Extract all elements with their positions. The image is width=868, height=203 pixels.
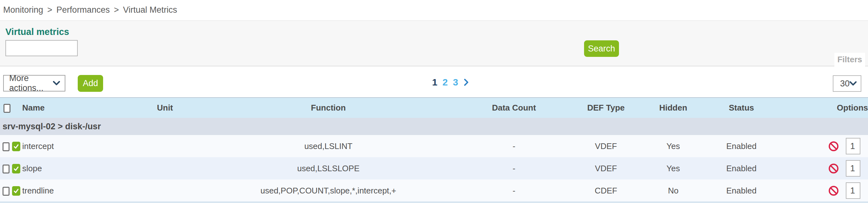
- metric-data-count: -: [447, 179, 581, 202]
- metric-name[interactable]: slope: [22, 157, 121, 179]
- table-header-row: Name Unit Function Data Count DEF Type H…: [0, 97, 868, 118]
- next-page-icon[interactable]: [464, 79, 469, 86]
- page-size-select[interactable]: 30: [833, 75, 861, 92]
- metric-hidden: No: [631, 179, 715, 202]
- more-actions-label: More actions...: [9, 74, 53, 93]
- page-1[interactable]: 1: [432, 77, 437, 88]
- metric-hidden: Yes: [631, 135, 715, 157]
- metric-data-count: -: [447, 135, 581, 157]
- metric-data-count: -: [447, 157, 581, 179]
- metric-function: used,LSLSLOPE: [209, 157, 447, 179]
- pagination: 1 2 3: [432, 67, 469, 97]
- search-button[interactable]: Search: [584, 40, 619, 57]
- metric-unit: [121, 135, 209, 157]
- forbidden-icon[interactable]: [828, 163, 839, 174]
- page-2[interactable]: 2: [442, 77, 448, 88]
- header-options: Options: [768, 97, 868, 118]
- add-button[interactable]: Add: [78, 75, 103, 92]
- filters-tab[interactable]: Filters: [834, 53, 865, 66]
- virtual-metrics-table: Name Unit Function Data Count DEF Type H…: [0, 97, 868, 202]
- breadcrumb-separator: >: [114, 5, 119, 15]
- row-select-checkbox[interactable]: [3, 187, 9, 196]
- more-actions-select[interactable]: More actions...: [3, 75, 65, 91]
- breadcrumb-item-performances[interactable]: Performances: [57, 5, 110, 15]
- order-input[interactable]: [846, 182, 860, 199]
- table-row: slope used,LSLSLOPE - VDEF Yes Enabled: [0, 157, 868, 179]
- chevron-down-icon: [53, 81, 60, 85]
- filter-panel: Virtual metrics Search Filters: [0, 20, 868, 66]
- metric-unit: [121, 179, 209, 202]
- metric-def-type: VDEF: [581, 157, 631, 179]
- toolbar: More actions... Add 1 2 3 30: [0, 67, 868, 97]
- enabled-checkbox-icon[interactable]: [12, 186, 20, 196]
- breadcrumb-item-virtual-metrics[interactable]: Virtual Metrics: [123, 5, 177, 15]
- order-input[interactable]: [846, 160, 860, 177]
- metric-def-type: VDEF: [581, 135, 631, 157]
- metric-unit: [121, 157, 209, 179]
- metric-status: Enabled: [715, 135, 768, 157]
- header-function[interactable]: Function: [209, 97, 447, 118]
- select-all-checkbox[interactable]: [3, 104, 10, 113]
- header-unit[interactable]: Unit: [121, 97, 209, 118]
- breadcrumb-item-monitoring[interactable]: Monitoring: [3, 5, 43, 15]
- row-select-checkbox[interactable]: [3, 165, 9, 173]
- enabled-checkbox-icon[interactable]: [12, 142, 20, 151]
- metric-name[interactable]: trendline: [22, 179, 121, 202]
- metric-function: used,POP,COUNT,slope,*,intercept,+: [209, 179, 447, 202]
- row-select-checkbox[interactable]: [3, 142, 9, 151]
- header-status[interactable]: Status: [715, 97, 768, 118]
- metric-def-type: CDEF: [581, 179, 631, 202]
- page-title: Virtual metrics: [5, 27, 69, 37]
- forbidden-icon[interactable]: [828, 185, 839, 196]
- metric-hidden: Yes: [631, 157, 715, 179]
- header-name[interactable]: Name: [22, 97, 121, 118]
- table-row: intercept used,LSLINT - VDEF Yes Enabled: [0, 135, 868, 157]
- metric-status: Enabled: [715, 179, 768, 202]
- metric-name[interactable]: intercept: [22, 135, 121, 157]
- group-label: srv-mysql-02 > disk-/usr: [0, 118, 868, 135]
- page-3[interactable]: 3: [453, 77, 458, 88]
- breadcrumb-separator: >: [47, 5, 52, 15]
- enabled-checkbox-icon[interactable]: [12, 164, 20, 173]
- search-input[interactable]: [5, 40, 78, 56]
- forbidden-icon[interactable]: [828, 141, 839, 151]
- breadcrumb: Monitoring > Performances > Virtual Metr…: [0, 0, 868, 20]
- metric-status: Enabled: [715, 157, 768, 179]
- header-data-count[interactable]: Data Count: [447, 97, 581, 118]
- group-row: srv-mysql-02 > disk-/usr: [0, 118, 868, 135]
- chevron-down-icon: [849, 81, 857, 86]
- page-size-value: 30: [840, 79, 849, 89]
- table-footer-strip: [0, 201, 868, 203]
- header-hidden[interactable]: Hidden: [631, 97, 715, 118]
- order-input[interactable]: [846, 138, 860, 154]
- metric-function: used,LSLINT: [209, 135, 447, 157]
- table-row: trendline used,POP,COUNT,slope,*,interce…: [0, 179, 868, 202]
- header-def-type[interactable]: DEF Type: [581, 97, 631, 118]
